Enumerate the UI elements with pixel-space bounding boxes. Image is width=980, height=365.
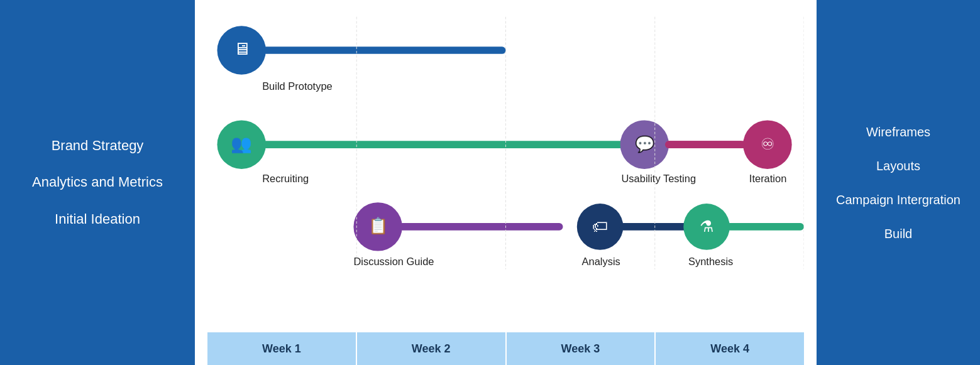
main-container: Brand Strategy Analytics and Metrics Ini… <box>0 0 980 365</box>
left-panel-item-initial-ideation: Initial Ideation <box>55 210 140 229</box>
right-panel-item-wireframes: Wireframes <box>866 124 930 140</box>
svg-text:Iteration: Iteration <box>749 173 786 184</box>
svg-text:Recruiting: Recruiting <box>262 173 309 184</box>
svg-rect-6 <box>262 141 634 148</box>
main-content: 🖥 Build Prototype 👥 Recruiting 💬 Usabili… <box>195 0 817 365</box>
svg-text:Usability Testing: Usability Testing <box>621 173 696 184</box>
svg-rect-14 <box>665 141 744 148</box>
svg-text:💬: 💬 <box>635 134 655 154</box>
svg-text:♾: ♾ <box>761 135 774 153</box>
svg-text:🏷: 🏷 <box>592 217 608 235</box>
svg-rect-26 <box>726 223 804 231</box>
week-2-label: Week 2 <box>357 332 507 365</box>
timeline-svg: 🖥 Build Prototype 👥 Recruiting 💬 Usabili… <box>207 13 804 283</box>
right-panel-item-campaign: Campaign Intergration <box>836 192 961 208</box>
svg-rect-2 <box>262 46 505 54</box>
svg-text:👥: 👥 <box>231 133 252 154</box>
right-panel-item-build: Build <box>884 226 912 242</box>
svg-rect-18 <box>399 223 563 231</box>
week-bar: Week 1 Week 2 Week 3 Week 4 <box>207 332 804 365</box>
week-1-label: Week 1 <box>207 332 357 365</box>
svg-text:Synthesis: Synthesis <box>688 256 733 267</box>
week-4-label: Week 4 <box>656 332 804 365</box>
week-3-label: Week 3 <box>507 332 656 365</box>
left-panel: Brand Strategy Analytics and Metrics Ini… <box>0 0 195 365</box>
svg-text:Analysis: Analysis <box>582 256 620 267</box>
left-panel-item-brand-strategy: Brand Strategy <box>52 137 144 155</box>
svg-text:Build Prototype: Build Prototype <box>262 80 333 92</box>
svg-text:📋: 📋 <box>368 216 388 236</box>
left-panel-item-analytics: Analytics and Metrics <box>32 173 163 192</box>
right-panel-item-layouts: Layouts <box>876 158 920 174</box>
svg-text:Discussion Guide: Discussion Guide <box>353 256 434 267</box>
right-panel: Wireframes Layouts Campaign Intergration… <box>817 0 980 365</box>
svg-text:🖥: 🖥 <box>233 39 250 58</box>
timeline-area: 🖥 Build Prototype 👥 Recruiting 💬 Usabili… <box>207 6 804 326</box>
svg-text:⚗: ⚗ <box>700 217 713 235</box>
